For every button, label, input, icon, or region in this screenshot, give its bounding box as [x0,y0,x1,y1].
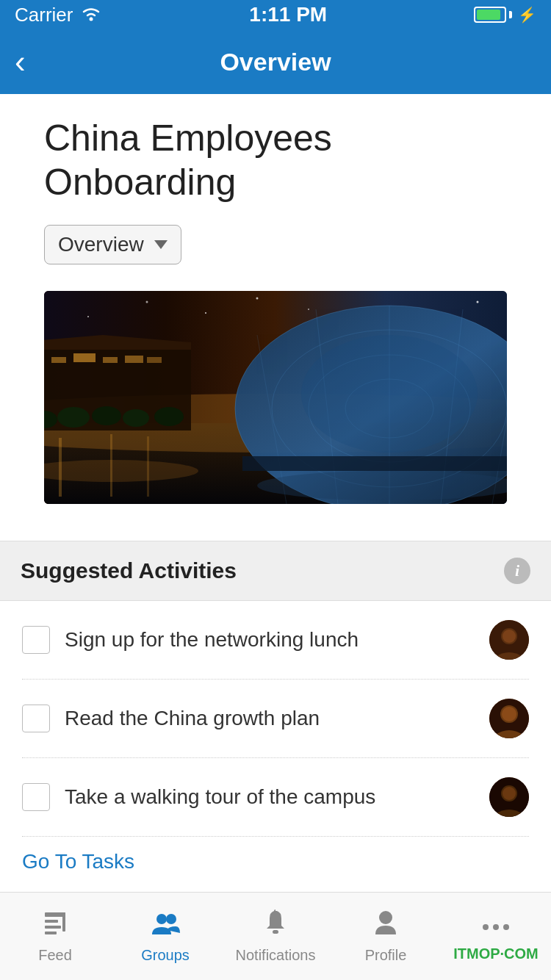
svg-point-14 [92,406,121,425]
tab-notifications-label: Notifications [236,947,316,964]
svg-point-50 [503,787,516,800]
activity-item: Sign up for the networking lunch [22,601,529,680]
svg-point-13 [57,407,90,428]
status-right: ⚡ [474,6,536,24]
activity-label-3: Take a walking tour of the campus [65,785,475,809]
battery-icon [474,7,512,23]
time-display: 1:11 PM [249,3,327,26]
suggested-activities-info-icon[interactable]: i [504,558,530,584]
hero-image [44,291,507,504]
avatar-3 [489,777,529,817]
tab-feed[interactable]: Feed [0,893,110,980]
avatar-2 [489,699,529,738]
nav-bar: ‹ Overview [0,29,551,94]
main-content: China Employees Onboarding Overview [0,94,551,519]
svg-rect-51 [45,912,65,917]
tab-feed-label: Feed [38,947,72,964]
dropdown-label: Overview [58,233,144,256]
activity-item: Take a walking tour of the campus [22,758,529,837]
activity-list: Sign up for the networking lunch Read th… [0,601,551,881]
svg-point-56 [156,914,167,924]
suggested-activities-title: Suggested Activities [21,558,237,583]
svg-point-38 [256,298,259,300]
svg-point-16 [154,407,184,426]
suggested-activities-section: Suggested Activities i Sign up for the n… [0,541,551,881]
activity-label-1: Sign up for the networking lunch [65,628,475,652]
tab-more[interactable]: ITMOP·COM [441,893,551,980]
charging-icon: ⚡ [518,6,536,24]
svg-rect-9 [125,356,143,363]
wifi-icon [80,4,102,26]
svg-rect-28 [242,456,507,471]
svg-point-36 [146,301,148,303]
activity-checkbox-3[interactable] [22,783,50,811]
suggested-activities-header: Suggested Activities i [0,541,551,601]
profile-icon [374,909,397,943]
svg-point-35 [87,316,89,317]
go-to-tasks-link[interactable]: Go To Tasks [22,837,134,881]
activity-checkbox-1[interactable] [22,626,50,654]
groups-icon [151,909,180,943]
svg-point-59 [379,911,392,924]
tab-groups[interactable]: Groups [110,893,220,980]
svg-rect-10 [147,357,162,363]
svg-point-37 [205,312,206,314]
tab-bar: Feed Groups Notifications [0,892,551,980]
page-title: China Employees Onboarding [44,116,507,204]
tab-notifications[interactable]: Notifications [220,893,331,980]
svg-point-61 [493,924,499,930]
svg-rect-32 [110,434,112,497]
feed-icon [42,909,68,943]
tab-profile-label: Profile [365,947,407,964]
svg-rect-7 [73,353,96,362]
svg-point-40 [477,301,479,303]
svg-point-39 [308,309,309,310]
activity-checkbox-2[interactable] [22,705,50,732]
activity-label-2: Read the China growth plan [65,707,475,730]
tab-profile[interactable]: Profile [331,893,441,980]
activity-item: Read the China growth plan [22,680,529,758]
svg-point-0 [90,17,93,21]
nav-title: Overview [220,48,331,76]
svg-rect-55 [45,932,57,934]
svg-point-57 [166,914,176,924]
chevron-down-icon [154,240,168,249]
carrier-label: Carrier [15,4,73,26]
avatar-1 [489,620,529,660]
notifications-icon [264,909,287,943]
tab-groups-label: Groups [141,947,190,964]
tab-more-label: ITMOP·COM [453,945,539,962]
svg-rect-54 [62,912,65,932]
svg-rect-6 [51,357,66,363]
more-icon [480,910,512,941]
svg-rect-31 [59,438,62,497]
svg-point-62 [503,924,509,930]
back-button[interactable]: ‹ [15,46,26,78]
svg-rect-52 [45,920,58,923]
svg-point-47 [502,707,516,721]
svg-rect-8 [103,357,118,363]
svg-point-27 [301,335,478,453]
svg-point-44 [503,630,516,643]
svg-point-60 [483,924,489,930]
status-bar: Carrier 1:11 PM ⚡ [0,0,551,29]
status-left: Carrier [15,4,102,26]
svg-rect-58 [273,930,278,934]
svg-rect-53 [45,926,61,929]
svg-rect-33 [147,436,149,497]
overview-dropdown[interactable]: Overview [44,225,181,264]
svg-point-15 [123,409,149,427]
